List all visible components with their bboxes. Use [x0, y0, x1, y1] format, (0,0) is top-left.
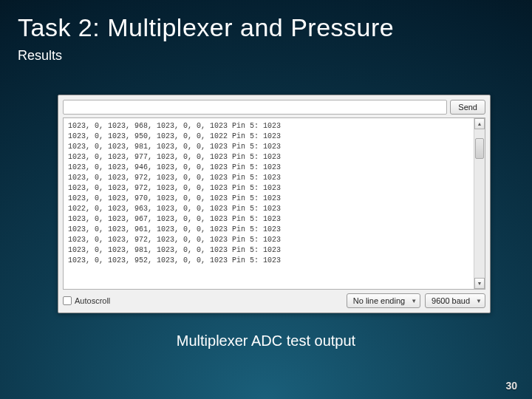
serial-bottom-bar: Autoscroll No line ending ▼ 9600 baud ▼	[58, 290, 490, 313]
scroll-down-button[interactable]: ▼	[474, 278, 485, 289]
baud-rate-dropdown[interactable]: 9600 baud ▼	[425, 293, 485, 308]
serial-monitor-window: Send 1023, 0, 1023, 968, 1023, 0, 0, 102…	[58, 95, 491, 313]
line-ending-selected: No line ending	[353, 296, 405, 305]
serial-output-text: 1023, 0, 1023, 968, 1023, 0, 0, 1023 Pin…	[64, 118, 474, 289]
baud-rate-selected: 9600 baud	[432, 296, 470, 305]
scroll-track[interactable]	[474, 129, 485, 278]
chevron-down-icon: ▼	[411, 298, 417, 304]
figure-caption: Multiplexer ADC test output	[0, 332, 532, 349]
serial-top-bar: Send	[58, 95, 490, 117]
autoscroll-checkbox[interactable]	[63, 296, 72, 305]
autoscroll-checkbox-group[interactable]: Autoscroll	[63, 296, 342, 305]
scroll-up-button[interactable]: ▲	[474, 118, 485, 129]
slide-title: Task 2: Multiplexer and Pressure	[0, 0, 532, 48]
line-ending-dropdown[interactable]: No line ending ▼	[347, 293, 420, 308]
serial-input[interactable]	[63, 100, 447, 115]
send-button[interactable]: Send	[450, 100, 485, 115]
scroll-thumb[interactable]	[475, 138, 484, 159]
page-number: 30	[505, 380, 517, 392]
autoscroll-label: Autoscroll	[75, 296, 110, 305]
serial-output-area: 1023, 0, 1023, 968, 1023, 0, 0, 1023 Pin…	[63, 117, 485, 290]
chevron-down-icon: ▼	[476, 298, 482, 304]
vertical-scrollbar[interactable]: ▲ ▼	[474, 118, 485, 289]
slide-subtitle: Results	[0, 48, 532, 64]
